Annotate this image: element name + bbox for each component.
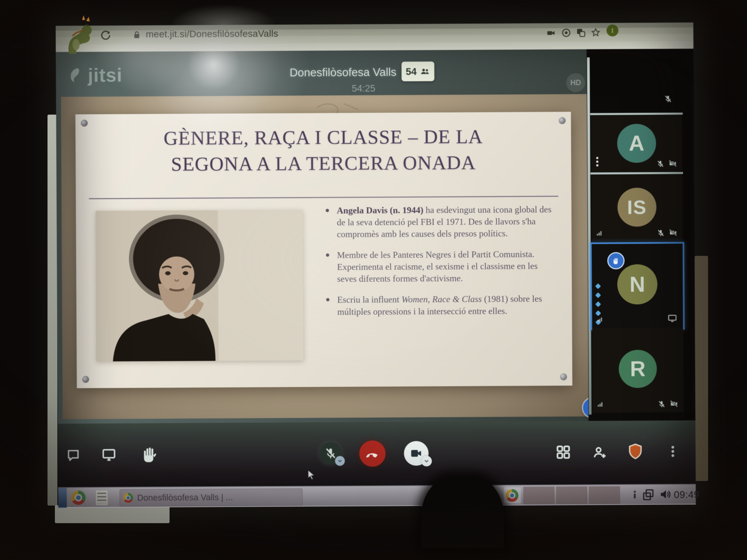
taskbar-left-icon[interactable]: [58, 488, 67, 508]
camera-options-chevron[interactable]: [421, 456, 432, 466]
toy-dinosaur: [63, 14, 94, 55]
participant-tile-a[interactable]: A: [591, 115, 682, 172]
whiteboard-left-edge: [48, 115, 57, 506]
tray-chrome-box[interactable]: [504, 487, 521, 503]
audio-level-dot: [595, 283, 601, 289]
volume-icon[interactable]: [659, 488, 672, 501]
raise-hand-button[interactable]: [140, 445, 158, 463]
chrome-launcher-icon[interactable]: [71, 490, 85, 505]
reload-icon[interactable]: [100, 29, 111, 41]
wall-right-edge: [695, 256, 708, 481]
tray-status-icon[interactable]: [629, 489, 641, 500]
connection-icon: [596, 316, 603, 323]
bookmark-star-icon[interactable]: [591, 27, 601, 38]
audio-level-dot: [595, 292, 601, 298]
mic-muted-icon: [324, 447, 337, 460]
avatar-initial: A: [629, 131, 644, 156]
jitsi-logo-text: jitsi: [88, 64, 123, 86]
slide-bullet: Angela Davis (n. 1944) ha esdevingut una…: [325, 204, 556, 240]
chat-button[interactable]: [66, 448, 81, 463]
participants-filmstrip: A IS: [587, 49, 695, 421]
avatar: N: [617, 264, 658, 304]
tile-view-button[interactable]: [555, 444, 571, 460]
security-shield-button[interactable]: [627, 443, 644, 460]
document-launcher-icon[interactable]: [96, 490, 108, 506]
mic-muted-icon: [656, 160, 665, 168]
meeting-title: Donesfilòsofesa Valls: [271, 65, 415, 79]
menu-kebab-icon[interactable]: [596, 155, 598, 168]
bullet-lead: Angela Davis (n. 1944): [337, 205, 423, 215]
slide-title-line1: GÈNERE, RAÇA I CLASSE – DE LA: [88, 123, 559, 152]
participant-tile-n[interactable]: N: [590, 242, 685, 330]
microphone-muted-button[interactable]: [319, 442, 342, 465]
mic-muted-icon: [658, 400, 666, 408]
jitsi-logo[interactable]: jitsi: [67, 64, 123, 86]
photo-of-projected-screen: meet.jit.si/DonesfilòsofesaValls I j: [0, 0, 747, 560]
participant-count-badge[interactable]: 54: [402, 61, 435, 81]
jitsi-meeting-stage: jitsi Donesfilòsofesa Valls 54 54:25 HD: [56, 49, 695, 424]
participants-icon: [419, 66, 430, 77]
os-taskbar: Donesfilòsofesa Valls | ... 09:49: [58, 484, 696, 508]
window-button[interactable]: [556, 486, 587, 504]
slide-bullet-list: Angela Davis (n. 1944) ha esdevingut una…: [325, 204, 557, 327]
chrome-tray-icon: [506, 489, 518, 502]
slide-title-line2: SEGONA A LA TERCERA ONADA: [88, 149, 559, 178]
hang-up-button[interactable]: [359, 441, 386, 467]
avatar-initial: R: [630, 356, 645, 381]
address-bar-url[interactable]: meet.jit.si/DonesfilòsofesaValls: [146, 28, 278, 39]
tile-divider: [591, 172, 683, 175]
mic-muted-icon: [657, 229, 665, 237]
target-icon[interactable]: [561, 28, 571, 38]
monitor-screen: meet.jit.si/DonesfilòsofesaValls I j: [56, 23, 696, 507]
foreground-object-silhouette: [421, 477, 504, 548]
angela-davis-photo: [96, 210, 304, 362]
slide-title: GÈNERE, RAÇA I CLASSE – DE LA SEGONA A L…: [88, 123, 559, 178]
taskbar-clock[interactable]: 09:49: [674, 489, 699, 501]
jitsi-logo-icon: [67, 66, 85, 84]
avatar-initial: IS: [627, 196, 647, 219]
mouse-cursor: [306, 469, 317, 480]
slide-pin-icon: [82, 376, 89, 383]
browser-profile-avatar[interactable]: I: [607, 25, 618, 36]
slide-pin-icon: [559, 117, 566, 124]
bullet-text: Escriu la influent: [337, 295, 402, 305]
avatar-initial: N: [629, 272, 645, 297]
participant-tile-r[interactable]: R: [592, 327, 684, 412]
participant-tile-is[interactable]: IS: [591, 175, 683, 241]
camera-off-icon: [669, 399, 678, 408]
camera-off-icon: [669, 228, 677, 237]
slide-bullet: Escriu la influent Women, Race & Class (…: [326, 293, 557, 318]
presentation-slide: GÈNERE, RAÇA I CLASSE – DE LA SEGONA A L…: [75, 112, 572, 388]
active-window-button[interactable]: Donesfilòsofesa Valls | ...: [120, 488, 303, 507]
audio-level-dot: [595, 310, 601, 316]
screenshare-background: GÈNERE, RAÇA I CLASSE – DE LA SEGONA A L…: [61, 94, 592, 419]
hd-label: HD: [570, 78, 581, 87]
window-button[interactable]: [589, 486, 620, 504]
video-quality-indicator[interactable]: HD: [566, 73, 585, 92]
more-options-button[interactable]: [666, 444, 680, 458]
avatar: R: [619, 350, 657, 388]
slide-pin-icon: [81, 119, 88, 127]
audio-level-dot: [595, 301, 601, 307]
screen-share-button[interactable]: [101, 447, 117, 463]
participant-count: 54: [406, 66, 417, 77]
bullet-text: Membre de les Panteres Negres i del Part…: [337, 249, 538, 284]
slide-pin-icon: [560, 373, 567, 380]
participant-tile-local[interactable]: [591, 58, 682, 112]
tile-divider: [590, 112, 683, 115]
meeting-timer: 54:25: [343, 83, 384, 94]
window-switcher-icon[interactable]: [642, 488, 654, 501]
invite-participants-button[interactable]: [592, 445, 608, 460]
camera-button[interactable]: [404, 441, 429, 466]
lock-icon[interactable]: [132, 30, 142, 40]
screen-share-icon: [667, 313, 677, 323]
camera-permission-icon[interactable]: [546, 28, 556, 38]
avatar: A: [617, 124, 656, 163]
translate-icon[interactable]: [576, 28, 586, 38]
mic-options-chevron[interactable]: [335, 456, 345, 466]
camera-icon: [410, 447, 423, 460]
window-button[interactable]: [523, 486, 555, 504]
connection-icon: [596, 401, 603, 408]
raised-hand-badge: [607, 252, 624, 269]
mic-muted-icon: [664, 95, 672, 103]
